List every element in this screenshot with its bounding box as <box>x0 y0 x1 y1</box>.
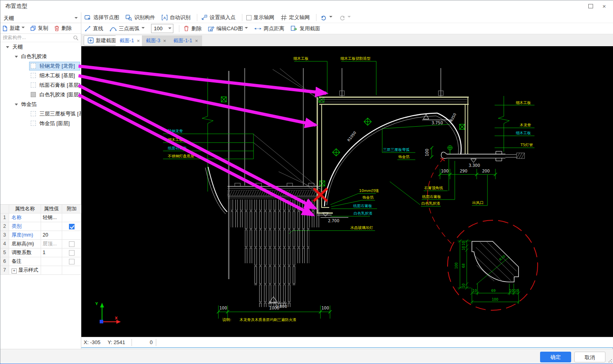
svg-text:T5灯管: T5灯管 <box>520 143 533 147</box>
copy-component-button[interactable]: 复制 <box>30 25 48 32</box>
tab-section-3[interactable]: 截面-3 × <box>142 35 170 46</box>
tree-item-gypsum-board[interactable]: 纸面石膏板 [基层] <box>0 80 81 90</box>
cancel-button[interactable]: 取消 <box>574 352 605 362</box>
chevron-down-icon <box>168 27 171 31</box>
chevron-down-icon[interactable] <box>245 27 248 30</box>
primary-toolbar: 选择节点图 识别构件 A 自动识别 设置插入点 显示轴网 定义轴网 <box>81 12 613 23</box>
reuse-section-button[interactable]: 复用截面 <box>291 25 320 32</box>
distance-icon <box>254 26 261 31</box>
svg-text:纸面石膏板: 纸面石膏板 <box>422 194 441 199</box>
attach-checkbox-checked[interactable] <box>69 224 75 229</box>
property-grid: 属性名称 属性值 附加 1 名称 轻钢... 2 类别 3 厚度(mm) 20 <box>0 204 81 275</box>
svg-text:10: 10 <box>462 284 466 288</box>
resize-grip[interactable] <box>608 359 612 363</box>
new-file-icon <box>2 25 8 31</box>
svg-text:细木工板切割造型: 细木工板切割造型 <box>340 56 371 61</box>
delete-tool-button[interactable]: 删除 <box>183 25 202 32</box>
component-panel: 天棚 新建 复制 删除 天棚 白色乳胶漆 轻钢龙骨 <box>0 12 81 349</box>
property-grid-header: 属性名称 属性值 附加 <box>0 205 81 213</box>
two-point-distance-button[interactable]: 两点距离 <box>254 25 284 32</box>
tree-item-white-latex-finish[interactable]: 白色乳胶漆 [面层] <box>0 90 81 100</box>
undo-button[interactable] <box>320 14 332 21</box>
svg-text:10: 10 <box>514 289 519 293</box>
category-dropdown-value: 天棚 <box>4 15 14 22</box>
close-button[interactable]: × <box>598 2 610 10</box>
svg-text:10: 10 <box>509 289 514 293</box>
auto-identify-button[interactable]: A 自动识别 <box>161 14 191 21</box>
segment-count-combo[interactable]: 100 <box>151 24 173 33</box>
define-axis-grid-button[interactable]: 定义轴网 <box>281 14 310 21</box>
svg-text:不锈钢灯盘底座: 不锈钢灯盘底座 <box>168 154 195 158</box>
search-input[interactable] <box>2 34 71 41</box>
component-toolbar: 新建 复制 删除 <box>0 23 81 34</box>
tree-item-bent-board[interactable]: 三层三厘板弯弧 [基 <box>0 109 81 119</box>
close-tab-icon[interactable]: × <box>195 38 198 44</box>
layer-swatch-icon[interactable] <box>31 73 36 78</box>
trash-icon <box>54 25 60 31</box>
tree-item-ceiling[interactable]: 天棚 <box>0 42 81 52</box>
new-component-button[interactable]: 新建 <box>2 25 25 32</box>
svg-text:饰金箔: 饰金箔 <box>398 155 410 159</box>
expand-arrow-icon[interactable] <box>15 104 18 107</box>
svg-text:100: 100 <box>441 169 448 173</box>
cad-viewport[interactable]: Y X 细木工板 细木工板切割造型 轻钢龙骨 细木工板 纸面石膏板 不锈钢灯盘底… <box>81 46 613 337</box>
layer-swatch-icon[interactable] <box>31 111 36 116</box>
insert-point-icon <box>201 14 208 21</box>
close-tab-icon[interactable]: × <box>163 38 166 44</box>
svg-text:饰金箔: 饰金箔 <box>362 195 374 200</box>
tree-item-gold-foil-group[interactable]: 饰金箔 <box>0 100 81 109</box>
tree-item-white-latex-group[interactable]: 白色乳胶漆 <box>0 52 81 61</box>
maximize-button[interactable] <box>585 2 597 10</box>
edit-cad-button[interactable]: 编辑CAD图 <box>208 25 248 32</box>
attach-checkbox[interactable] <box>69 241 75 247</box>
svg-text:10mm凹缝: 10mm凹缝 <box>359 188 379 193</box>
tree-item-plywood[interactable]: 细木工板 [基层] <box>0 71 81 80</box>
cad-window-icon <box>84 14 91 21</box>
line-tool-button[interactable]: 直线 <box>84 25 103 32</box>
tree-item-gold-foil-finish[interactable]: 饰金箔 [面层] <box>0 119 81 128</box>
set-insert-point-button[interactable]: 设置插入点 <box>201 14 236 21</box>
attach-checkbox[interactable] <box>69 250 75 256</box>
line-icon <box>84 25 91 32</box>
new-section-button[interactable]: 新建截面 <box>84 35 120 45</box>
layer-swatch-icon[interactable] <box>31 92 36 97</box>
layer-swatch-icon[interactable] <box>31 63 36 68</box>
identify-component-button[interactable]: 识别构件 <box>126 14 155 21</box>
search-icon <box>73 35 79 41</box>
tab-section-1-1[interactable]: 截面-1-1 × <box>169 35 202 46</box>
undo-icon <box>320 14 327 21</box>
reuse-section-icon <box>291 25 297 32</box>
tab-section-1[interactable]: 截面-1 × <box>116 35 144 46</box>
chevron-down-icon[interactable] <box>329 16 332 19</box>
three-point-arc-button[interactable]: 三点画弧 <box>110 25 145 32</box>
svg-text:68: 68 <box>462 264 466 268</box>
search-row <box>0 34 81 42</box>
close-tab-icon[interactable]: × <box>137 38 140 44</box>
expand-arrow-icon[interactable] <box>6 46 9 50</box>
ucs-axis-icon: Y X <box>95 301 121 324</box>
component-tree: 天棚 白色乳胶漆 轻钢龙骨 [龙骨] 细木工板 [基层] 纸面石膏板 [基层] … <box>0 42 81 204</box>
ok-button[interactable]: 确定 <box>540 352 571 362</box>
chevron-down-icon[interactable] <box>141 27 145 30</box>
tree-item-steel-keel[interactable]: 轻钢龙骨 [龙骨] <box>0 61 81 71</box>
redo-button[interactable] <box>339 14 351 21</box>
layer-swatch-icon[interactable] <box>31 121 36 126</box>
layer-swatch-icon[interactable] <box>31 82 36 88</box>
delete-component-button[interactable]: 删除 <box>54 25 72 32</box>
property-row-thickness: 3 厚度(mm) 20 <box>0 231 81 240</box>
expand-plus-icon[interactable]: + <box>12 268 17 274</box>
chevron-down-icon[interactable] <box>348 16 351 19</box>
attach-checkbox[interactable] <box>69 259 75 264</box>
svg-text:白色乳胶漆: 白色乳胶漆 <box>421 201 440 205</box>
fastener-symbols <box>221 97 465 186</box>
show-axis-grid-toggle[interactable]: 显示轴网 <box>246 14 274 21</box>
select-node-diagram-button[interactable]: 选择节点图 <box>84 14 119 21</box>
titlebar: 布置造型 × <box>0 0 613 13</box>
category-dropdown[interactable]: 天棚 <box>0 13 81 23</box>
checkbox-unchecked-icon[interactable] <box>246 15 251 20</box>
section-tabbar: 新建截面 截面-1 × 截面-3 × 截面-1-1 × <box>81 34 613 46</box>
arc-icon <box>110 25 117 32</box>
svg-text:290: 290 <box>460 169 467 173</box>
ceiling-band <box>317 97 469 215</box>
expand-arrow-icon[interactable] <box>15 56 18 59</box>
